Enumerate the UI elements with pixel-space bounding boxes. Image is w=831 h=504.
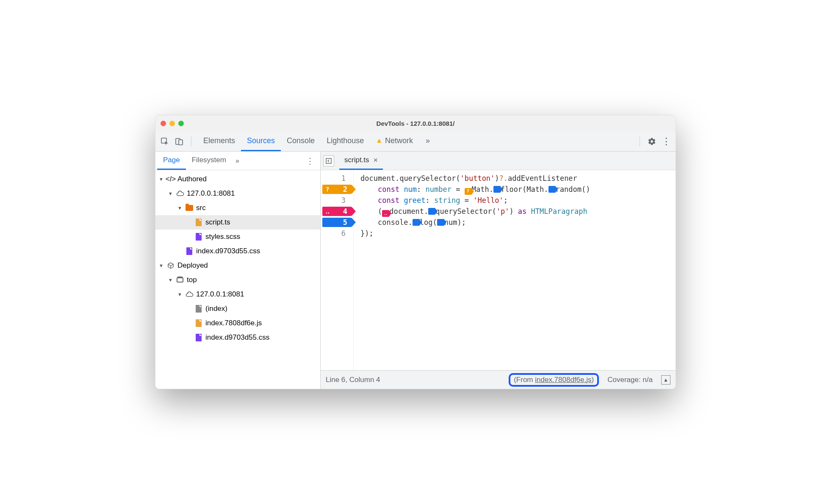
file-icon — [194, 333, 203, 342]
coverage-status: Coverage: n/a — [607, 376, 653, 384]
editor-tab-label: script.ts — [344, 156, 369, 164]
sidebar-more-icon[interactable]: ⋮ — [302, 156, 319, 166]
cursor-position: Line 6, Column 4 — [326, 376, 380, 384]
svg-rect-3 — [326, 158, 331, 163]
line-number[interactable]: 1 — [321, 173, 353, 184]
editor-statusbar: Line 6, Column 4 (From index.7808df6e.js… — [321, 370, 676, 389]
inline-breakpoint-icon[interactable] — [493, 186, 500, 193]
tree-item[interactable]: ▼Deployed — [155, 258, 320, 273]
code-line[interactable]: (‥document.querySelector('p') as HTMLPar… — [360, 206, 676, 217]
tree-item[interactable]: ▼top — [155, 273, 320, 287]
editor-tab-script-ts[interactable]: script.ts × — [339, 152, 383, 170]
tree-item[interactable]: script.ts — [155, 215, 320, 230]
main-toolbar: ElementsSourcesConsoleLighthouse▲Network… — [155, 131, 676, 152]
sidebar-tabs-overflow[interactable]: » — [232, 157, 243, 165]
settings-gear-icon[interactable] — [646, 136, 658, 147]
editor-tabbar: script.ts × — [321, 152, 676, 170]
breakpoint-marker[interactable]: 5 — [322, 218, 352, 227]
breakpoint-marker[interactable]: ‥4 — [322, 207, 352, 216]
breakpoint-marker[interactable]: ?2 — [322, 185, 352, 194]
tree-item-label: Authored — [177, 175, 207, 183]
tree-item-label: src — [196, 204, 206, 212]
tree-item-label: (index) — [205, 305, 227, 313]
device-toggle-icon[interactable] — [173, 136, 185, 147]
tree-item-label: styles.scss — [205, 233, 240, 241]
panel-tab-lighthouse[interactable]: Lighthouse — [321, 131, 370, 151]
code-content[interactable]: document.querySelector('button')?.addEve… — [354, 170, 676, 370]
inline-breakpoint-icon[interactable]: ? — [465, 188, 471, 195]
inline-breakpoint-icon[interactable] — [437, 219, 444, 226]
tree-item[interactable]: index.7808df6e.js — [155, 316, 320, 330]
tabs-overflow-button[interactable]: » — [421, 136, 434, 147]
tree-item-label: Deployed — [177, 261, 208, 270]
disclosure-triangle-icon[interactable]: ▼ — [168, 191, 173, 196]
line-gutter[interactable]: 1?23‥456 — [321, 170, 354, 370]
code-line[interactable]: const num: number = ?Math.floor(Math.ran… — [360, 184, 676, 195]
disclosure-triangle-icon[interactable]: ▼ — [159, 177, 164, 182]
traffic-lights — [161, 121, 184, 126]
sidebar-tab-page[interactable]: Page — [157, 152, 186, 170]
code-line[interactable]: console.log(num); — [360, 217, 676, 228]
minimize-window-button[interactable] — [169, 121, 175, 126]
panel-tab-elements[interactable]: Elements — [197, 131, 241, 151]
disclosure-triangle-icon[interactable]: ▼ — [159, 263, 164, 268]
tree-item[interactable]: ▼src — [155, 201, 320, 215]
kebab-menu-icon[interactable]: ⋮ — [660, 136, 672, 147]
close-tab-icon[interactable]: × — [374, 156, 378, 165]
line-number[interactable]: 6 — [321, 228, 353, 239]
file-tree: ▼</>Authored▼127.0.0.1:8081▼srcscript.ts… — [155, 170, 320, 389]
tree-item[interactable]: (index) — [155, 302, 320, 316]
disclosure-triangle-icon[interactable]: ▼ — [177, 292, 183, 297]
zoom-window-button[interactable] — [178, 121, 184, 126]
inline-breakpoint-icon[interactable] — [413, 219, 419, 226]
frame-icon — [176, 276, 184, 284]
code-line[interactable]: }); — [360, 228, 676, 239]
code-line[interactable]: const greet: string = 'Hello'; — [360, 195, 676, 206]
deployed-icon — [166, 261, 175, 270]
warning-icon: ▲ — [376, 137, 382, 144]
close-window-button[interactable] — [161, 121, 166, 126]
file-icon — [194, 218, 203, 227]
tree-item-label: 127.0.0.1:8081 — [196, 290, 244, 299]
file-icon — [194, 305, 203, 313]
tree-item[interactable]: ▼127.0.0.1:8081 — [155, 287, 320, 302]
tree-item-label: script.ts — [205, 218, 230, 227]
sidebar-tab-filesystem[interactable]: Filesystem — [186, 152, 232, 170]
tree-item[interactable]: index.d9703d55.css — [155, 330, 320, 345]
titlebar: DevTools - 127.0.0.1:8081/ — [155, 115, 676, 131]
panel-tab-sources[interactable]: Sources — [241, 131, 281, 151]
code-editor[interactable]: 1?23‥456 document.querySelector('button'… — [321, 170, 676, 370]
inline-breakpoint-icon[interactable]: ‥ — [382, 210, 389, 217]
source-map-from[interactable]: (From index.7808df6e.js) — [509, 373, 599, 387]
separator — [640, 136, 640, 147]
tree-item[interactable]: index.d9703d55.css — [155, 244, 320, 258]
inline-breakpoint-icon[interactable] — [548, 186, 555, 193]
folder-icon — [185, 204, 194, 212]
file-icon — [185, 247, 194, 255]
tree-item-label: index.d9703d55.css — [205, 333, 269, 342]
tree-item[interactable]: ▼127.0.0.1:8081 — [155, 186, 320, 201]
inline-breakpoint-icon[interactable] — [428, 208, 435, 215]
sidebar-tabs: PageFilesystem»⋮ — [155, 152, 320, 170]
inspect-element-icon[interactable] — [159, 136, 171, 147]
panel-tab-console[interactable]: Console — [281, 131, 321, 151]
code-line[interactable]: document.querySelector('button')?.addEve… — [360, 173, 676, 184]
tree-item[interactable]: styles.scss — [155, 230, 320, 244]
file-icon — [194, 319, 203, 327]
cloud-icon — [185, 290, 194, 299]
cloud-icon — [176, 189, 184, 198]
tree-item[interactable]: ▼</>Authored — [155, 172, 320, 186]
navigate-back-button[interactable] — [323, 155, 334, 166]
panel-tab-network[interactable]: ▲Network — [370, 131, 419, 151]
disclosure-triangle-icon[interactable]: ▼ — [177, 205, 183, 210]
drawer-toggle-icon[interactable]: ▲ — [661, 375, 670, 385]
disclosure-triangle-icon[interactable]: ▼ — [168, 277, 173, 282]
devtools-window: DevTools - 127.0.0.1:8081/ ElementsSourc… — [155, 115, 676, 389]
tree-item-label: 127.0.0.1:8081 — [187, 189, 235, 198]
svg-rect-2 — [179, 140, 183, 145]
line-number[interactable]: 3 — [321, 195, 353, 206]
window-title: DevTools - 127.0.0.1:8081/ — [155, 120, 676, 127]
tree-item-label: index.d9703d55.css — [196, 247, 260, 255]
source-map-link[interactable]: index.7808df6e.js — [535, 376, 591, 384]
sources-sidebar: PageFilesystem»⋮ ▼</>Authored▼127.0.0.1:… — [155, 152, 321, 389]
